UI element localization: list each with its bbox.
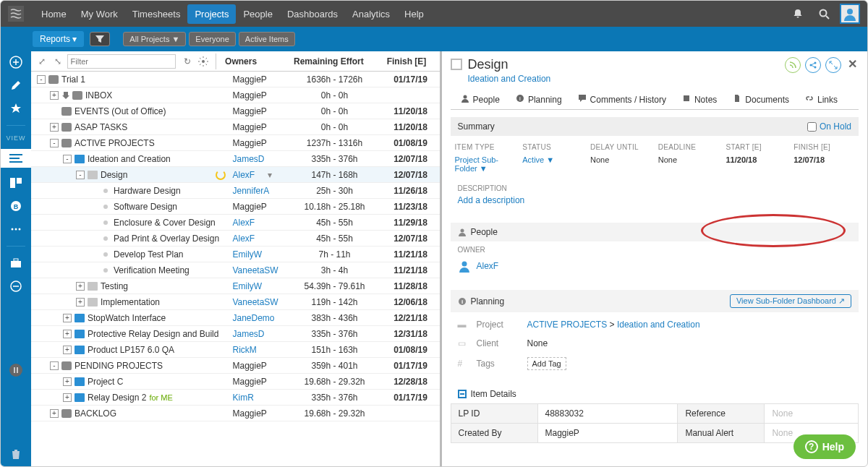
filter-active-items[interactable]: Active Items	[239, 32, 295, 46]
add-tag-input[interactable]: Add Tag	[527, 357, 566, 370]
expand-icon[interactable]: +	[76, 298, 85, 307]
table-row[interactable]: EVENTS (Out of Office)MaggieP0h - 0h11/2…	[31, 103, 440, 119]
owner-cell[interactable]: AlexF	[233, 234, 255, 244]
minus-circle-icon[interactable]	[8, 278, 24, 294]
owner-cell[interactable]: EmilyW	[233, 281, 263, 291]
view-dashboard-button[interactable]: View Sub-Folder Dashboard ↗	[730, 294, 851, 308]
close-panel-button[interactable]: ✕	[846, 57, 859, 70]
trash-icon[interactable]	[8, 446, 24, 462]
help-button[interactable]: ? Help	[793, 434, 856, 459]
table-row[interactable]: -Ideation and CreationJamesD335h - 376h1…	[31, 151, 440, 167]
nav-timesheets[interactable]: Timesheets	[125, 4, 188, 24]
header-effort[interactable]: Remaining Effort	[282, 56, 375, 67]
rss-icon[interactable]	[785, 57, 801, 73]
table-row[interactable]: +TestingEmilyW54.39h - 79.61h11/28/18	[31, 278, 440, 294]
reference-value[interactable]: None	[765, 404, 859, 424]
edit-icon[interactable]	[8, 77, 24, 93]
table-row[interactable]: Pad Print & Overlay DesignAlexF45h - 55h…	[31, 231, 440, 247]
table-row[interactable]: Enclosure & Cover DesignAlexF45h - 55h11…	[31, 215, 440, 231]
delay-value[interactable]: None	[590, 155, 651, 164]
tab-comments-history[interactable]: Comments / History	[571, 90, 673, 109]
table-row[interactable]: -PENDING PROJECTSMaggieP359h - 401h01/17…	[31, 358, 440, 374]
breadcrumb-ideation[interactable]: Ideation and Creation	[617, 320, 700, 330]
table-row[interactable]: Verification MeetingVaneetaSW3h - 4h11/2…	[31, 262, 440, 278]
briefcase-icon[interactable]	[8, 255, 24, 271]
collapse-icon[interactable]: -	[37, 75, 46, 84]
collapse-icon[interactable]: -	[50, 139, 59, 147]
add-icon[interactable]	[8, 54, 24, 70]
expand-icon[interactable]	[825, 57, 841, 73]
owner-cell[interactable]: KimR	[233, 393, 254, 403]
table-row[interactable]: Software DesignMaggieP10.18h - 25.18h11/…	[31, 199, 440, 215]
expand-icon[interactable]: +	[63, 393, 72, 402]
table-row[interactable]: +ASAP TASKSMaggieP0h - 0h11/20/18	[31, 119, 440, 135]
gear-icon[interactable]	[197, 55, 210, 68]
item-type-dropdown[interactable]: Project Sub-Folder ▼	[455, 155, 516, 173]
owner-cell[interactable]: JamesD	[233, 154, 265, 164]
owner-cell[interactable]: EmilyW	[233, 249, 263, 260]
table-row[interactable]: Hardware DesignJenniferA25h - 30h11/26/1…	[31, 183, 440, 199]
table-row[interactable]: +Relay Design 2for MEKimR335h - 376h01/1…	[31, 390, 440, 406]
collapse-icon[interactable]: -	[63, 155, 72, 163]
tab-links[interactable]: Links	[798, 90, 845, 109]
nav-home[interactable]: Home	[34, 4, 74, 24]
tab-people[interactable]: People	[454, 90, 507, 109]
owner-cell[interactable]: JenniferA	[233, 186, 270, 196]
table-row[interactable]: +BACKLOGMaggieP19.68h - 29.32h	[31, 406, 440, 421]
expand-icon[interactable]: +	[63, 330, 72, 338]
owner-cell[interactable]: AlexF	[233, 218, 255, 228]
nav-dashboards[interactable]: Dashboards	[280, 4, 345, 24]
table-row[interactable]: +Project CMaggieP19.68h - 29.32h12/28/18	[31, 374, 440, 390]
header-finish[interactable]: Finish [E]	[378, 56, 435, 67]
expand-icon[interactable]: +	[50, 123, 59, 132]
owner-dropdown-icon[interactable]: ▾	[268, 170, 272, 180]
nav-my-work[interactable]: My Work	[74, 4, 125, 24]
table-row[interactable]: -Trial 1MaggieP1636h - 1726h01/17/19	[31, 72, 440, 87]
collapse-in-icon[interactable]: ⤡	[51, 55, 64, 68]
board-view-icon[interactable]	[8, 175, 24, 191]
tab-documents[interactable]: Documents	[726, 90, 796, 109]
nav-people[interactable]: People	[236, 4, 279, 24]
table-row[interactable]: Develop Test PlanEmilyW7h - 11h11/21/18	[31, 247, 440, 262]
owner-cell[interactable]: JaneDemo	[233, 313, 275, 323]
expand-icon[interactable]: +	[63, 377, 72, 386]
tab-notes[interactable]: Notes	[675, 90, 724, 109]
owner-cell[interactable]: VaneetaSW	[233, 297, 278, 307]
breadcrumb-active-projects[interactable]: ACTIVE PROJECTS	[527, 320, 608, 330]
table-row[interactable]: +ImplementationVaneetaSW119h - 142h12/06…	[31, 294, 440, 310]
table-row[interactable]: -DesignAlexF ▾147h - 168h12/07/18	[31, 167, 440, 183]
owner-cell[interactable]: AlexF	[233, 170, 255, 180]
breadcrumb-link[interactable]: Ideation and Creation	[468, 74, 551, 84]
nav-analytics[interactable]: Analytics	[345, 4, 397, 24]
deadline-value[interactable]: None	[658, 155, 719, 164]
bell-icon[interactable]	[789, 5, 807, 22]
expand-out-icon[interactable]: ⤢	[35, 55, 48, 68]
baseline-icon[interactable]: B	[8, 198, 24, 214]
nav-help[interactable]: Help	[397, 4, 431, 24]
collapse-icon[interactable]: -	[50, 361, 59, 370]
table-row[interactable]: +StopWatch InterfaceJaneDemo383h - 436h1…	[31, 310, 440, 326]
nav-projects[interactable]: Projects	[187, 4, 236, 24]
expand-icon[interactable]: +	[63, 314, 72, 322]
table-row[interactable]: +Protective Relay Design and BuildJamesD…	[31, 326, 440, 342]
refresh-icon[interactable]: ↻	[182, 55, 195, 68]
status-dropdown[interactable]: Active ▼	[522, 155, 583, 164]
app-logo[interactable]	[8, 6, 24, 22]
add-description-link[interactable]: Add a description	[458, 195, 852, 205]
expand-icon[interactable]: +	[76, 282, 85, 291]
item-details-toggle[interactable]: Item Details	[451, 385, 859, 403]
pause-button[interactable]	[9, 364, 22, 377]
owner-cell[interactable]: VaneetaSW	[233, 265, 278, 275]
expand-icon[interactable]: +	[50, 409, 59, 418]
reports-dropdown[interactable]: Reports ▾	[33, 31, 84, 47]
share-icon[interactable]	[805, 57, 821, 73]
star-icon[interactable]	[8, 100, 24, 116]
tab-planning[interactable]: iPlanning	[509, 90, 569, 109]
table-row[interactable]: +Product LP157 6.0 QARickM151h - 163h01/…	[31, 342, 440, 358]
table-row[interactable]: -ACTIVE PROJECTSMaggieP1237h - 1316h01/0…	[31, 135, 440, 151]
on-hold-toggle[interactable]: On Hold	[807, 121, 851, 132]
list-view-icon[interactable]	[1, 149, 31, 168]
client-value[interactable]: None	[527, 338, 548, 348]
filter-funnel-button[interactable]	[90, 32, 110, 46]
owner-cell[interactable]: RickM	[233, 345, 257, 355]
